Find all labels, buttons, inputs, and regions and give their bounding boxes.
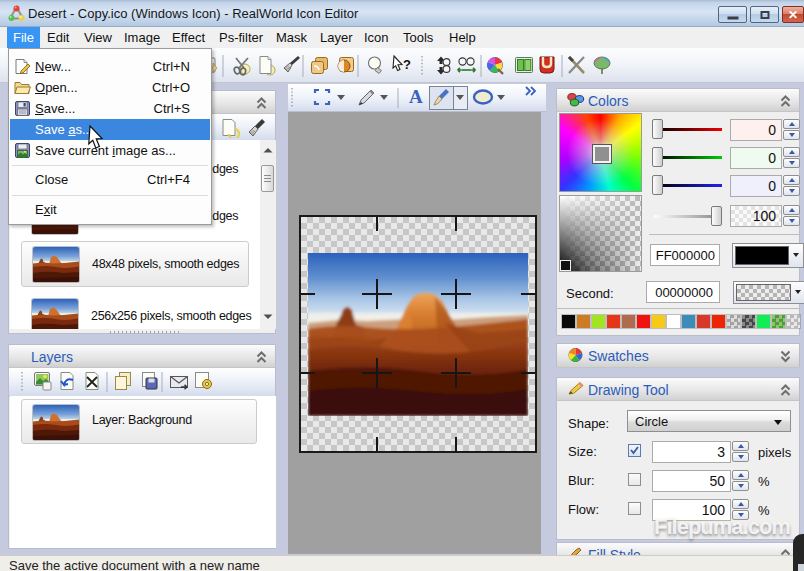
svg-text:?: ? [403,57,411,72]
svg-text:A: A [409,86,423,107]
